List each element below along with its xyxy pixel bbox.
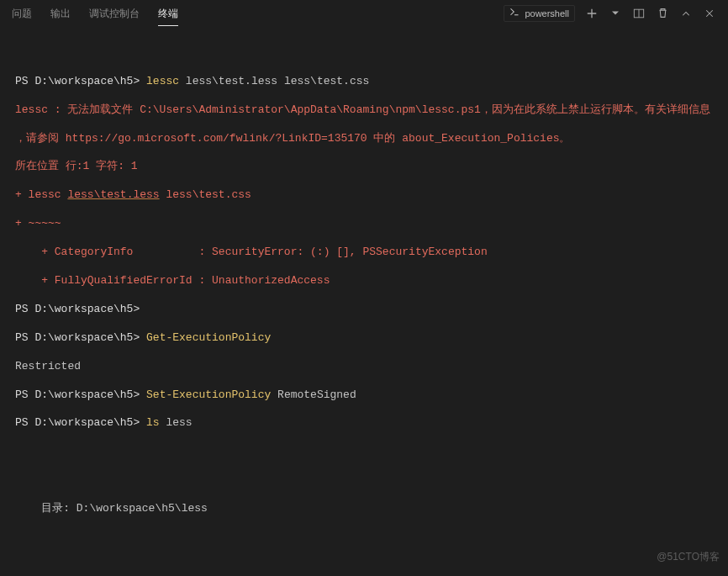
cmd-get-executionpolicy: Get-ExecutionPolicy bbox=[146, 331, 271, 344]
tab-debug-console[interactable]: 调试控制台 bbox=[89, 1, 140, 26]
tab-terminal[interactable]: 终端 bbox=[158, 1, 178, 27]
error-line: + FullyQualifiedErrorId : UnauthorizedAc… bbox=[15, 274, 720, 288]
error-line: lessc : 无法加载文件 C:\Users\Administrator\Ap… bbox=[15, 103, 720, 118]
ps-prompt: PS D:\workspace\h5> bbox=[15, 303, 140, 315]
terminal-output[interactable]: PS D:\workspace\h5> lessc less\test.less… bbox=[0, 27, 728, 576]
terminal-icon bbox=[509, 7, 520, 19]
panel-tabs: 问题 输出 调试控制台 终端 bbox=[12, 1, 504, 27]
cmd-ls: ls bbox=[146, 416, 160, 429]
tab-problems[interactable]: 问题 bbox=[12, 1, 32, 26]
error-line: ，请参阅 https://go.microsoft.com/fwlink/?Li… bbox=[15, 132, 720, 146]
dir-header: 目录: D:\workspace\h5\less bbox=[15, 502, 720, 516]
close-panel-button[interactable] bbox=[703, 7, 716, 20]
error-line: + lessc less\test.less less\test.css bbox=[15, 188, 720, 203]
new-terminal-button[interactable] bbox=[585, 7, 599, 20]
output-line: Restricted bbox=[15, 360, 720, 374]
error-line: + CategoryInfo : SecurityError: (:) [], … bbox=[15, 246, 720, 260]
error-line: 所在位置 行:1 字符: 1 bbox=[15, 160, 720, 174]
maximize-panel-button[interactable] bbox=[679, 7, 693, 20]
cmd-lessc: lessc bbox=[146, 75, 179, 87]
shell-selector[interactable]: powershell bbox=[504, 5, 575, 21]
ps-prompt: PS D:\workspace\h5> bbox=[15, 388, 140, 401]
dropdown-split-icon[interactable] bbox=[609, 7, 622, 20]
cmd-args: less bbox=[160, 416, 193, 429]
shell-name: powershell bbox=[525, 8, 569, 19]
kill-terminal-button[interactable] bbox=[656, 7, 669, 20]
cmd-args: less\test.less less\test.css bbox=[179, 75, 369, 87]
tab-output[interactable]: 输出 bbox=[50, 1, 71, 26]
panel-tabbar: 问题 输出 调试控制台 终端 powershell bbox=[0, 0, 728, 27]
cmd-args: RemoteSigned bbox=[271, 388, 356, 401]
split-terminal-button[interactable] bbox=[632, 7, 646, 20]
ps-prompt: PS D:\workspace\h5> bbox=[15, 331, 140, 344]
terminal-toolbar: powershell bbox=[504, 5, 716, 21]
error-line: + ~~~~~ bbox=[15, 217, 720, 231]
cmd-set-executionpolicy: Set-ExecutionPolicy bbox=[146, 388, 271, 401]
ps-prompt: PS D:\workspace\h5> bbox=[15, 75, 140, 87]
ps-prompt: PS D:\workspace\h5> bbox=[15, 416, 140, 429]
